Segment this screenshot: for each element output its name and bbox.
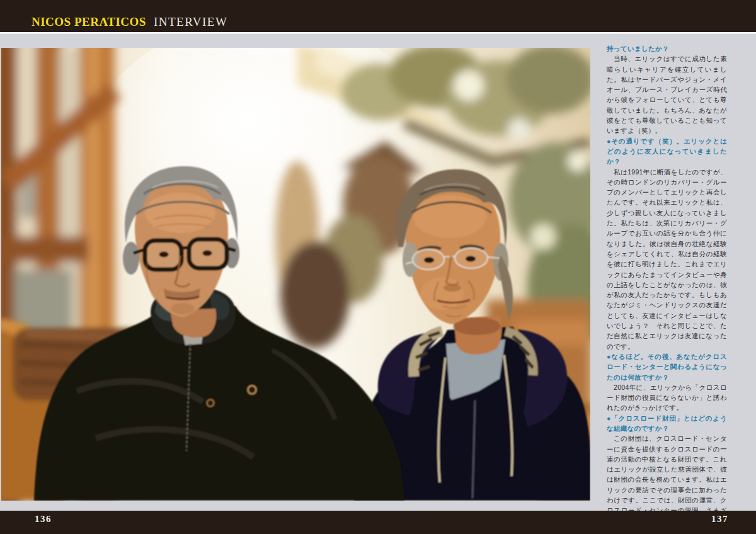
interview-answer: 当時、エリックはすでに成功した素晴らしいキャリアを確立していました。私はヤードバ… — [607, 54, 727, 135]
header-section-label: INTERVIEW — [154, 15, 228, 29]
interview-question: ●なるほど。その後、あなたがクロスロード・センターと関わるようになったのは何故で… — [607, 351, 727, 382]
spread-body: 持っていましたか？ 当時、エリックはすでに成功した素晴らしいキャリアを確立してい… — [0, 36, 756, 511]
header-bar: NICOS PERATICOS INTERVIEW — [0, 0, 756, 34]
magazine-spread: NICOS PERATICOS INTERVIEW — [0, 0, 756, 534]
header-artist-name: NICOS PERATICOS — [32, 15, 146, 29]
interview-answer: 2004年に、エリックから「クロスロード財団の役員にならないか」と誘われたのがき… — [607, 382, 727, 413]
page-number-right: 137 — [711, 514, 728, 525]
interview-photo-art — [1, 48, 590, 501]
interview-photo — [1, 48, 590, 501]
interview-question: ●その通りです（笑）。エリックとはどのように友人になっていきましたか？ — [607, 136, 727, 167]
interview-question: ●「クロスロード財団」とはどのような組織なのですか？ — [607, 413, 727, 434]
interview-answer: 私は1991年に断酒をしたのですが、その時ロンドンのリカバリー・グループのメンバ… — [607, 167, 727, 351]
interview-text-column: 持っていましたか？ 当時、エリックはすでに成功した素晴らしいキャリアを確立してい… — [607, 43, 727, 534]
footer-bar: 136 137 — [0, 511, 756, 534]
page-number-left: 136 — [35, 514, 52, 525]
interview-question: 持っていましたか？ — [607, 43, 727, 54]
